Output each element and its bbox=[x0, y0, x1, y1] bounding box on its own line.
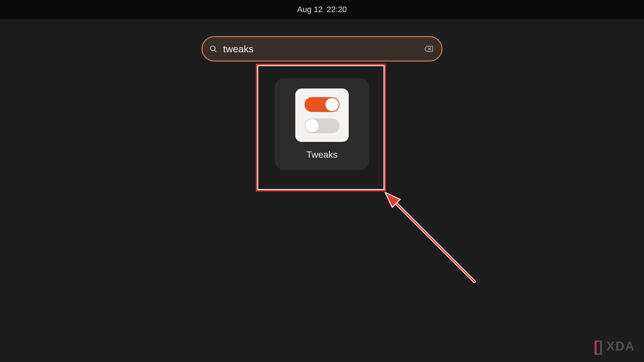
xda-watermark: [] XDA bbox=[594, 337, 635, 355]
bracket-icon-left: [ bbox=[594, 337, 598, 355]
svg-line-1 bbox=[215, 50, 216, 52]
search-input[interactable] bbox=[223, 43, 424, 55]
svg-line-5 bbox=[391, 198, 474, 282]
annotation-arrow bbox=[379, 190, 483, 293]
svg-line-4 bbox=[391, 198, 474, 282]
search-icon bbox=[209, 45, 217, 53]
clock-time[interactable]: 22:20 bbox=[327, 5, 347, 14]
annotation-highlight-box bbox=[256, 64, 386, 191]
clock-date[interactable]: Aug 12 bbox=[297, 5, 323, 14]
activities-search-bar[interactable] bbox=[202, 36, 442, 61]
svg-point-0 bbox=[210, 46, 215, 51]
bracket-icon-right: ] bbox=[598, 337, 602, 355]
watermark-text: XDA bbox=[606, 339, 635, 353]
backspace-clear-icon[interactable] bbox=[424, 46, 433, 52]
svg-marker-6 bbox=[385, 192, 400, 207]
gnome-top-bar: Aug 12 22:20 bbox=[0, 0, 644, 19]
